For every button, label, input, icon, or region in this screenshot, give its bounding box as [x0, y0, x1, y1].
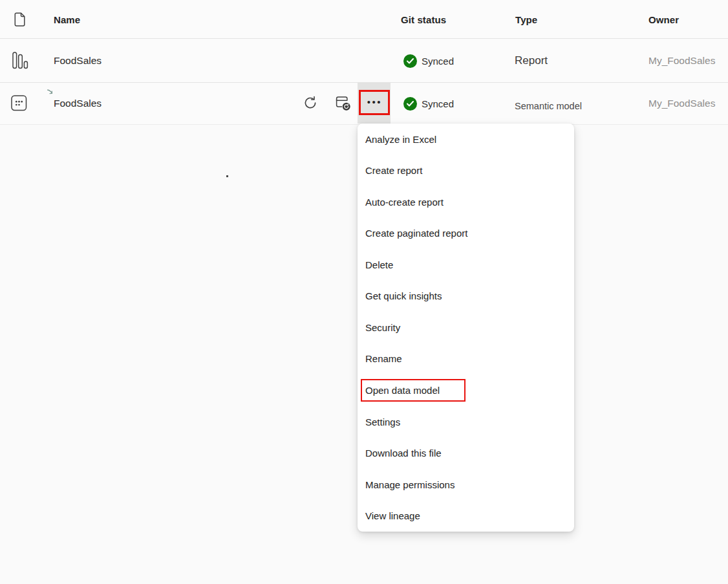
item-owner: My_FoodSales	[648, 55, 715, 67]
menu-item-open-data-model[interactable]: Open data model	[358, 374, 574, 406]
item-name[interactable]: FoodSales	[54, 55, 102, 67]
menu-item-auto-create-report[interactable]: Auto-create report	[358, 186, 574, 218]
column-header-owner[interactable]: Owner	[648, 14, 679, 25]
column-header-type[interactable]: Type	[515, 14, 537, 25]
menu-item-get-quick-insights[interactable]: Get quick insights	[358, 281, 574, 312]
report-icon	[12, 52, 28, 72]
menu-item-view-lineage[interactable]: View lineage	[358, 500, 574, 532]
item-type: Semantic model	[515, 101, 582, 111]
column-header-git-status[interactable]: Git status	[401, 14, 446, 25]
menu-item-settings[interactable]: Settings	[358, 406, 574, 438]
ellipsis-icon: •••	[366, 96, 382, 107]
column-header-name[interactable]: Name	[54, 14, 80, 25]
stray-dot	[226, 175, 228, 177]
synced-status-icon	[403, 97, 417, 111]
git-status-value: Synced	[422, 98, 454, 109]
menu-item-manage-permissions[interactable]: Manage permissions	[358, 469, 574, 501]
menu-item-delete[interactable]: Delete	[358, 249, 574, 281]
menu-item-create-report[interactable]: Create report	[358, 155, 574, 187]
schedule-refresh-button[interactable]	[334, 94, 352, 112]
menu-item-download-this-file[interactable]: Download this file	[358, 437, 574, 469]
more-options-button[interactable]: •••	[358, 83, 391, 124]
table-row[interactable]	[0, 39, 728, 83]
item-owner: My_FoodSales	[648, 98, 715, 109]
menu-item-rename[interactable]: Rename	[358, 343, 574, 375]
item-type: Report	[515, 54, 548, 67]
git-status-value: Synced	[422, 56, 454, 67]
semantic-model-icon	[11, 95, 27, 114]
table-header-row	[0, 0, 728, 39]
item-name[interactable]: FoodSales	[54, 98, 102, 109]
workspace-item-list: Name Git status Type Owner FoodSales Syn…	[0, 0, 728, 584]
synced-status-icon	[403, 54, 417, 68]
menu-item-security[interactable]: Security	[358, 312, 574, 343]
menu-item-create-paginated-report[interactable]: Create paginated report	[358, 218, 574, 250]
context-menu: Analyze in Excel Create report Auto-crea…	[358, 124, 574, 532]
refresh-button[interactable]	[303, 95, 318, 111]
document-icon	[14, 12, 26, 29]
menu-item-analyze-in-excel[interactable]: Analyze in Excel	[358, 124, 574, 155]
